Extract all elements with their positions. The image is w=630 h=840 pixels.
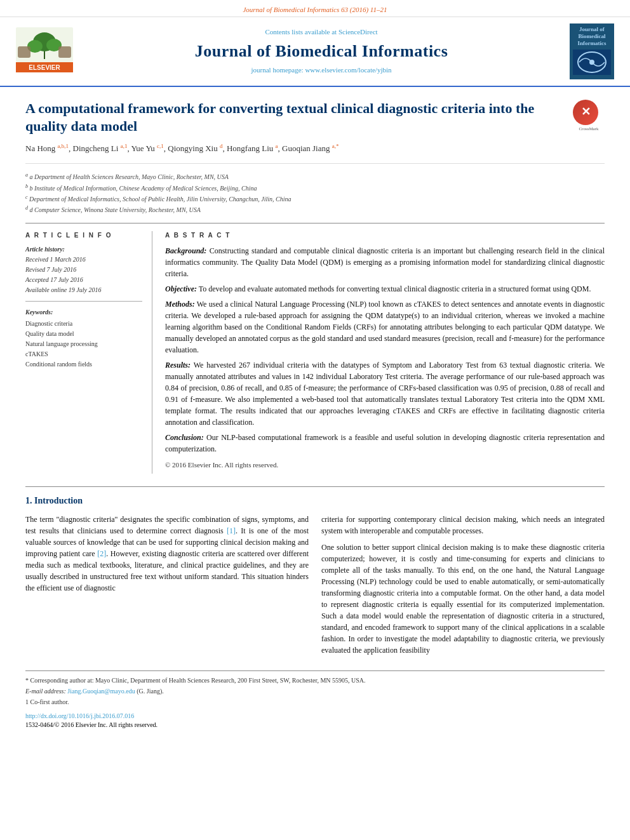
article-history: Article history: Received 1 March 2016 R… <box>25 245 142 295</box>
available-date: Available online 19 July 2016 <box>25 286 142 295</box>
abstract-background: Background: Constructing standard and co… <box>165 245 605 279</box>
article-abstract-section: A R T I C L E I N F O Article history: R… <box>25 223 605 474</box>
journal-citation-link[interactable]: Journal of Biomedical Informatics 63 (20… <box>243 6 387 13</box>
objective-text: To develop and evaluate automated method… <box>199 284 591 293</box>
revised-date: Revised 7 July 2016 <box>25 265 142 274</box>
objective-label: Objective: <box>165 284 197 293</box>
abstract-results: Results: We harvested 267 individual cri… <box>165 359 605 428</box>
abstract-methods: Methods: We used a clinical Natural Lang… <box>165 298 605 356</box>
left-col-article-info: A R T I C L E I N F O Article history: R… <box>25 231 152 474</box>
svg-point-11 <box>589 60 594 65</box>
affiliation-d: d d Computer Science, Winona State Unive… <box>25 204 605 215</box>
crossmark-label: CrossMark <box>573 126 605 133</box>
keyword-2: Quality data model <box>25 330 142 338</box>
contents-line: Contents lists available at ScienceDirec… <box>76 27 566 37</box>
doi-section: http://dx.doi.org/10.1016/j.jbi.2016.07.… <box>25 712 605 730</box>
sciencedirect-link[interactable]: ScienceDirect <box>338 28 378 36</box>
journal-top-bar: Journal of Biomedical Informatics 63 (20… <box>0 0 630 17</box>
conclusion-label: Conclusion: <box>165 433 204 442</box>
keyword-4: cTAKES <box>25 350 142 359</box>
intro-col2-para1: criteria for supporting contemporary cli… <box>321 514 605 537</box>
keywords-section: Keywords: Diagnostic criteria Quality da… <box>25 308 142 369</box>
right-col-abstract: A B S T R A C T Background: Constructing… <box>165 231 605 474</box>
keyword-1: Diagnostic criteria <box>25 319 142 328</box>
keyword-3: Natural language processing <box>25 340 142 349</box>
email-link[interactable]: Jiang.Guoqian@mayo.edu <box>67 688 135 695</box>
affiliations: a a Department of Health Sciences Resear… <box>25 171 605 215</box>
svg-rect-6 <box>58 46 71 58</box>
elsevier-logo: ELSEVIER <box>13 24 76 78</box>
abstract-conclusion: Conclusion: Our NLP-based computational … <box>165 432 605 455</box>
intro-col2-para2: One solution to better support clinical … <box>321 542 605 656</box>
conclusion-text: Our NLP-based computational framework is… <box>165 433 605 453</box>
crossmark-badge: ✕ CrossMark <box>573 100 605 133</box>
affiliation-b: b b Institute of Medical Information, Ch… <box>25 183 605 193</box>
results-label: Results: <box>165 361 191 370</box>
cofirst-footnote: 1 Co-first author. <box>25 698 605 707</box>
svg-rect-5 <box>18 46 30 58</box>
intro-body: The term "diagnostic criteria" designate… <box>25 514 605 661</box>
methods-text: We used a clinical Natural Language Proc… <box>165 300 605 354</box>
journal-header: ELSEVIER Contents lists available at Sci… <box>0 17 630 87</box>
history-label: Article history: <box>25 245 142 254</box>
abstract-heading: A B S T R A C T <box>165 231 605 240</box>
abstract-copyright: © 2016 Elsevier Inc. All rights reserved… <box>165 460 605 470</box>
results-text: We harvested 267 individual criteria wit… <box>165 361 605 427</box>
footnotes-section: * Corresponding author at: Mayo Clinic, … <box>25 670 605 707</box>
doi-link[interactable]: http://dx.doi.org/10.1016/j.jbi.2016.07.… <box>25 712 134 719</box>
abstract-content: Background: Constructing standard and co… <box>165 245 605 470</box>
email-footnote: E-mail address: Jiang.Guoqian@mayo.edu (… <box>25 687 605 696</box>
received-date: Received 1 March 2016 <box>25 255 142 264</box>
intro-col1: The term "diagnostic criteria" designate… <box>25 514 309 661</box>
abstract-objective: Objective: To develop and evaluate autom… <box>165 283 605 295</box>
background-label: Background: <box>165 246 206 255</box>
methods-label: Methods: <box>165 300 195 309</box>
article-info-heading: A R T I C L E I N F O <box>25 231 142 240</box>
journal-title-center: Contents lists available at ScienceDirec… <box>76 27 566 75</box>
left-divider <box>25 301 142 302</box>
paper-title-text: A computational framework for converting… <box>25 100 563 159</box>
intro-col1-para1: The term "diagnostic criteria" designate… <box>25 514 309 594</box>
article-container: A computational framework for converting… <box>0 87 630 742</box>
keyword-5: Conditional random fields <box>25 360 142 369</box>
svg-text:ELSEVIER: ELSEVIER <box>29 64 60 71</box>
affiliation-c: c Department of Medical Informatics, Sch… <box>25 194 605 204</box>
background-text: Constructing standard and computable cli… <box>165 246 605 278</box>
corresponding-footnote: * Corresponding author at: Mayo Clinic, … <box>25 676 605 685</box>
journal-main-title: Journal of Biomedical Informatics <box>76 40 566 63</box>
paper-title-section: A computational framework for converting… <box>25 100 605 164</box>
paper-title: A computational framework for converting… <box>25 100 563 136</box>
keywords-label: Keywords: <box>25 308 142 317</box>
crossmark-icon: ✕ <box>573 100 598 125</box>
journal-homepage: journal homepage: www.elsevier.com/locat… <box>76 65 566 75</box>
intro-heading: 1. Introduction <box>25 495 605 507</box>
intro-section: 1. Introduction The term "diagnostic cri… <box>25 486 605 661</box>
issn-text: 1532-0464/© 2016 Elsevier Inc. All right… <box>25 721 158 728</box>
paper-authors: Na Hong a,b,1, Dingcheng Li a,1, Yue Yu … <box>25 142 563 155</box>
accepted-date: Accepted 17 July 2016 <box>25 276 142 284</box>
intro-col2: criteria for supporting contemporary cli… <box>321 514 605 661</box>
affiliation-a: a a Department of Health Sciences Resear… <box>25 171 605 182</box>
jbi-logo: Journal ofBiomedicalInformatics <box>566 23 617 79</box>
